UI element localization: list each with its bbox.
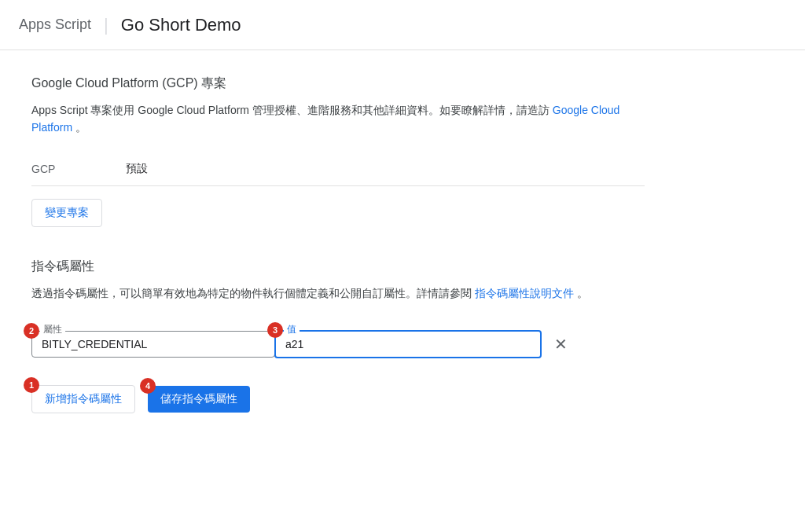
gcp-row: GCP 預設: [31, 152, 645, 186]
gcp-desc-text: Apps Script 專案使用 Google Cloud Platform 管…: [31, 104, 550, 116]
save-properties-button[interactable]: 儲存指令碼屬性: [148, 386, 250, 413]
attr-field-wrapper: 屬性: [31, 331, 275, 358]
header: Apps Script | Go Short Demo: [0, 0, 805, 50]
script-props-desc-end: 。: [577, 287, 588, 299]
delete-property-button[interactable]: ✕: [548, 332, 574, 357]
gcp-section-title: Google Cloud Platform (GCP) 專案: [31, 75, 645, 92]
main-content: Google Cloud Platform (GCP) 專案 Apps Scri…: [0, 50, 676, 470]
gcp-section: Google Cloud Platform (GCP) 專案 Apps Scri…: [31, 75, 645, 227]
app-label: Apps Script: [19, 17, 91, 33]
value-label: 值: [284, 325, 300, 334]
property-row: 2 屬性 3 值 ✕: [31, 330, 645, 358]
close-icon: ✕: [554, 335, 568, 354]
attr-input[interactable]: [42, 338, 265, 350]
value-field-wrapper: 值: [274, 330, 542, 358]
header-divider: |: [104, 15, 108, 35]
gcp-value: 預設: [126, 162, 148, 176]
script-properties-title: 指令碼屬性: [31, 259, 645, 275]
attr-label: 屬性: [40, 325, 65, 334]
gcp-desc-end: 。: [75, 121, 86, 134]
add-property-button[interactable]: 新增指令碼屬性: [31, 385, 135, 413]
change-project-button[interactable]: 變更專案: [31, 199, 102, 227]
script-properties-desc: 透過指令碼屬性，可以簡單有效地為特定的物件執行個體定義和公開自訂屬性。詳情請參閱…: [31, 284, 645, 302]
value-input[interactable]: [285, 338, 531, 350]
page-title: Go Short Demo: [121, 15, 241, 35]
gcp-section-desc: Apps Script 專案使用 Google Cloud Platform 管…: [31, 101, 645, 137]
script-props-desc-text: 透過指令碼屬性，可以簡單有效地為特定的物件執行個體定義和公開自訂屬性。詳情請參閱: [31, 287, 472, 299]
gcp-label: GCP: [31, 163, 126, 175]
script-properties-section: 指令碼屬性 透過指令碼屬性，可以簡單有效地為特定的物件執行個體定義和公開自訂屬性…: [31, 259, 645, 413]
script-properties-link[interactable]: 指令碼屬性說明文件: [475, 287, 574, 299]
